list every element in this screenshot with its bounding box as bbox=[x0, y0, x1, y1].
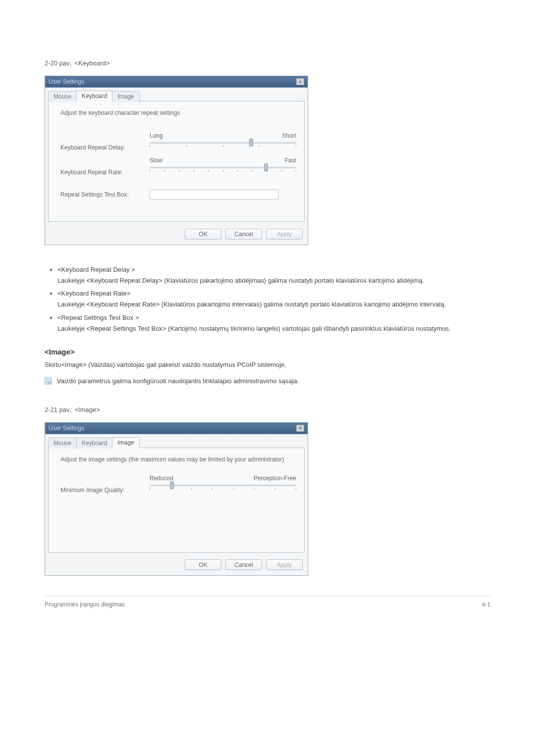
row-repeat-delay: Keyboard Repeat Delay: Long Short bbox=[60, 140, 296, 155]
dialog-title: User Settings bbox=[49, 78, 84, 85]
apply-button[interactable]: Apply bbox=[266, 229, 303, 240]
row-test-box: Repeat Settings Test Box: bbox=[60, 190, 296, 200]
repeat-rate-label: Keyboard Repeat Rate: bbox=[60, 169, 150, 176]
user-settings-dialog-keyboard: User Settings ✕ Mouse Keyboard Image Adj… bbox=[45, 76, 308, 245]
cancel-button[interactable]: Cancel bbox=[225, 229, 262, 240]
test-box-label: Repeat Settings Test Box: bbox=[60, 191, 150, 198]
dialog-body: Mouse Keyboard Image Adjust the image se… bbox=[45, 434, 308, 555]
tab-strip: Mouse Keyboard Image bbox=[48, 437, 305, 448]
close-icon[interactable]: ✕ bbox=[296, 78, 304, 85]
slider-ticks bbox=[150, 488, 296, 490]
slider-track bbox=[150, 142, 296, 144]
tab-mouse[interactable]: Mouse bbox=[48, 91, 77, 102]
dialog-button-row: OK Cancel Apply bbox=[45, 225, 308, 245]
tab-strip: Mouse Keyboard Image bbox=[48, 91, 305, 101]
tab-panel-keyboard: Adjust the keyboard character repeat set… bbox=[48, 101, 305, 222]
repeat-rate-slider[interactable]: Slow Fast bbox=[150, 165, 296, 180]
dialog-body: Mouse Keyboard Image Adjust the keyboard… bbox=[45, 88, 308, 225]
page-footer: Programinės įrangos diegimas 4-1 bbox=[45, 596, 490, 608]
slider-label-reduced: Reduced bbox=[150, 475, 173, 482]
tab-image[interactable]: Image bbox=[112, 437, 139, 448]
dialog-title: User Settings bbox=[49, 425, 84, 432]
bullet-text: Laukelyje <Repeat Settings Test Box> (Ka… bbox=[57, 325, 451, 332]
cancel-button[interactable]: Cancel bbox=[225, 559, 262, 570]
tab-image[interactable]: Image bbox=[112, 91, 139, 102]
dialog-titlebar: User Settings ✕ bbox=[45, 76, 308, 88]
ok-button[interactable]: OK bbox=[185, 229, 221, 240]
slider-ticks bbox=[150, 145, 296, 147]
bullet-text: Laukelyje <Keyboard Repeat Rate> (Klavia… bbox=[57, 301, 446, 308]
panel-description: Adjust the image settings (the maximum v… bbox=[60, 456, 296, 463]
apply-button[interactable]: Apply bbox=[266, 559, 303, 570]
note-icon bbox=[45, 377, 52, 385]
ok-button[interactable]: OK bbox=[185, 559, 221, 570]
note-row: Vaizdo parametrus galima konfigūruoti na… bbox=[45, 376, 490, 386]
tab-panel-image: Adjust the image settings (the maximum v… bbox=[48, 448, 305, 553]
image-quality-slider[interactable]: Reduced Perception-Free bbox=[150, 483, 296, 498]
figure-caption: 2-20 pav.: <Keyboard> bbox=[45, 59, 490, 67]
bullet-text: Laukelyje <Keyboard Repeat Delay> (Klavi… bbox=[57, 277, 424, 284]
footer-left: Programinės įrangos diegimas bbox=[45, 601, 125, 608]
section-heading-image: <Image> bbox=[45, 348, 490, 356]
tab-keyboard[interactable]: Keyboard bbox=[76, 91, 112, 101]
panel-description: Adjust the keyboard character repeat set… bbox=[60, 109, 296, 116]
list-item: <Keyboard Repeat Delay > Laukelyje <Keyb… bbox=[57, 265, 490, 286]
slider-label-fast: Fast bbox=[285, 157, 296, 164]
bullet-term: <Keyboard Repeat Rate> bbox=[57, 289, 490, 299]
slider-label-slow: Slow bbox=[150, 157, 162, 164]
feature-bullet-list: <Keyboard Repeat Delay > Laukelyje <Keyb… bbox=[45, 265, 490, 334]
repeat-settings-test-box[interactable] bbox=[150, 190, 278, 200]
list-item: <Keyboard Repeat Rate> Laukelyje <Keyboa… bbox=[57, 289, 490, 309]
slider-label-short: Short bbox=[282, 132, 296, 139]
figure-caption: 2-21 pav.: <Image> bbox=[45, 406, 490, 413]
repeat-delay-label: Keyboard Repeat Delay: bbox=[60, 144, 150, 151]
tab-keyboard[interactable]: Keyboard bbox=[76, 438, 112, 449]
close-icon[interactable]: ✕ bbox=[296, 425, 304, 432]
user-settings-dialog-image: User Settings ✕ Mouse Keyboard Image Adj… bbox=[45, 422, 308, 576]
image-quality-label: Minimum Image Quality: bbox=[60, 487, 150, 494]
bullet-term: <Keyboard Repeat Delay > bbox=[57, 265, 490, 275]
note-text: Vaizdo parametrus galima konfigūruoti na… bbox=[57, 376, 299, 386]
section-paragraph: Skirtu<Image> (Vaizdas) vartotojas gali … bbox=[45, 360, 490, 370]
repeat-delay-slider[interactable]: Long Short bbox=[150, 140, 296, 155]
slider-label-long: Long bbox=[150, 132, 163, 139]
slider-track bbox=[150, 167, 296, 168]
row-repeat-rate: Keyboard Repeat Rate: Slow Fast bbox=[60, 165, 296, 180]
tab-mouse[interactable]: Mouse bbox=[48, 438, 77, 449]
slider-ticks bbox=[150, 170, 296, 172]
dialog-button-row: OK Cancel Apply bbox=[45, 555, 308, 575]
footer-right: 4-1 bbox=[482, 601, 490, 608]
row-image-quality: Minimum Image Quality: Reduced Perceptio… bbox=[60, 483, 296, 498]
dialog-titlebar: User Settings ✕ bbox=[45, 422, 308, 434]
bullet-term: <Repeat Settings Test Box > bbox=[57, 313, 490, 323]
list-item: <Repeat Settings Test Box > Laukelyje <R… bbox=[57, 313, 490, 334]
slider-label-perception-free: Perception-Free bbox=[254, 475, 296, 482]
